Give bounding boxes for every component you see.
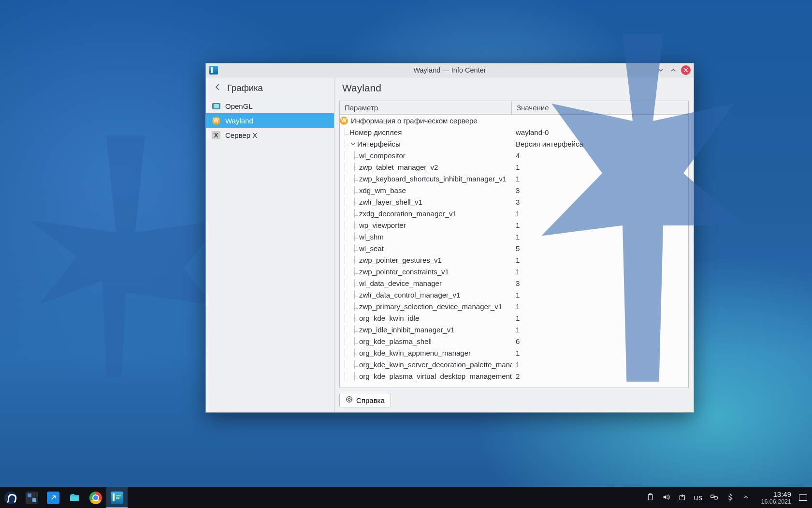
help-button[interactable]: Справка: [339, 393, 391, 407]
tree-interfaces[interactable]: ИнтерфейсыВерсия интерфейса: [340, 138, 688, 149]
tree-interface[interactable]: org_kde_kwin_server_decoration_palette_m…: [340, 359, 688, 370]
network-icon[interactable]: [710, 493, 718, 503]
tree-interface[interactable]: zwp_pointer_gestures_v11: [340, 254, 688, 266]
tree-interface[interactable]: org_kde_kwin_idle1: [340, 312, 688, 324]
tree-interface[interactable]: zwp_idle_inhibit_manager_v11: [340, 324, 688, 335]
wayland-icon: W: [340, 117, 348, 125]
tree-root[interactable]: WИнформация о графическом сервере: [340, 115, 688, 126]
show-desktop-button[interactable]: [799, 494, 807, 501]
table-header: Параметр Значение: [340, 101, 688, 115]
tray-expand-icon[interactable]: [742, 493, 750, 503]
clock[interactable]: 13:49 16.06.2021: [761, 490, 791, 506]
sidebar: Графика OpenGLWWaylandXСервер X: [206, 77, 334, 412]
tree-display[interactable]: Номер дисплеяwayland-0: [340, 126, 688, 138]
maximize-button[interactable]: [668, 65, 678, 75]
start-button[interactable]: [0, 487, 21, 508]
sidebar-item-label: Wayland: [225, 117, 253, 125]
clipboard-icon[interactable]: [646, 493, 654, 503]
bluetooth-icon[interactable]: [726, 493, 734, 503]
back-icon: [214, 83, 221, 93]
tree-interface[interactable]: zxdg_decoration_manager_v11: [340, 208, 688, 219]
column-header-param[interactable]: Параметр: [340, 101, 512, 114]
help-icon: [346, 396, 353, 404]
sidebar-item-сервер-x[interactable]: XСервер X: [206, 128, 334, 142]
tree-interface[interactable]: wl_compositor4: [340, 149, 688, 161]
infocenter-icon: [111, 492, 123, 504]
discover-icon: [47, 492, 59, 504]
clock-date: 16.06.2021: [761, 498, 791, 505]
column-header-value[interactable]: Значение: [512, 101, 688, 114]
sidebar-item-label: Сервер X: [225, 131, 257, 139]
main-panel: Wayland Параметр Значение WИнформация о …: [334, 77, 694, 412]
fedora-icon: [4, 492, 17, 504]
volume-icon[interactable]: [662, 493, 670, 503]
svg-rect-7: [714, 496, 718, 499]
tree-interface[interactable]: wl_data_device_manager3: [340, 277, 688, 289]
breadcrumb-label: Графика: [227, 83, 263, 93]
system-tray: us 13:49 16.06.2021: [646, 490, 812, 506]
tree-interface[interactable]: zwp_primary_selection_device_manager_v11: [340, 300, 688, 312]
info-table: Параметр Значение WИнформация о графичес…: [339, 101, 689, 388]
tree-interface[interactable]: zwp_keyboard_shortcuts_inhibit_manager_v…: [340, 173, 688, 184]
window-title: Wayland — Info Center: [206, 66, 694, 74]
close-button[interactable]: [681, 65, 691, 75]
opengl-icon: [212, 102, 220, 110]
updates-icon[interactable]: [678, 493, 686, 503]
tree-interface[interactable]: xdg_wm_base3: [340, 184, 688, 196]
tree-interface[interactable]: zwp_tablet_manager_v21: [340, 161, 688, 173]
clock-time: 13:49: [761, 490, 791, 498]
tree-interface[interactable]: zwlr_data_control_manager_v11: [340, 289, 688, 300]
sidebar-item-wayland[interactable]: WWayland: [206, 113, 334, 128]
tree-interface[interactable]: wl_shm1: [340, 231, 688, 242]
table-body[interactable]: WИнформация о графическом сервереНомер д…: [340, 115, 688, 388]
keyboard-layout[interactable]: us: [694, 493, 703, 502]
sidebar-item-opengl[interactable]: OpenGL: [206, 99, 334, 113]
app-icon: [209, 66, 218, 75]
chevron-down-icon[interactable]: [349, 140, 356, 147]
minimize-button[interactable]: [656, 65, 666, 75]
tree-interface[interactable]: org_kde_plasma_shell6: [340, 335, 688, 347]
taskbar-app-infocenter[interactable]: [106, 487, 128, 508]
sidebar-item-label: OpenGL: [225, 102, 253, 110]
taskbar-app-discover[interactable]: [43, 487, 64, 508]
tree-interface[interactable]: zwp_pointer_constraints_v11: [340, 266, 688, 277]
taskbar-app-files[interactable]: [64, 487, 85, 508]
tree-interface[interactable]: org_kde_plasma_virtual_desktop_managemen…: [340, 370, 688, 382]
svg-rect-2: [70, 496, 79, 501]
xserver-icon: X: [212, 131, 220, 139]
help-button-label: Справка: [356, 396, 385, 404]
taskbar: us 13:49 16.06.2021: [0, 487, 812, 508]
tree-interface[interactable]: wp_viewporter1: [340, 219, 688, 231]
breadcrumb[interactable]: Графика: [206, 77, 334, 99]
task-switcher-button[interactable]: [21, 487, 43, 508]
folder-icon: [68, 492, 81, 504]
tree-interface[interactable]: zwlr_layer_shell_v13: [340, 196, 688, 208]
svg-point-1: [348, 398, 350, 401]
taskbar-app-chrome[interactable]: [85, 487, 106, 508]
chrome-icon: [89, 492, 102, 504]
infocenter-window: Wayland — Info Center Графика OpenGLWWay…: [205, 63, 694, 413]
tree-interface[interactable]: wl_seat5: [340, 242, 688, 254]
desktop: Wayland — Info Center Графика OpenGLWWay…: [0, 0, 812, 508]
titlebar[interactable]: Wayland — Info Center: [206, 63, 694, 77]
task-switcher-icon: [26, 492, 38, 504]
page-title: Wayland: [334, 77, 694, 99]
wayland-icon: W: [212, 116, 220, 125]
tree-interface[interactable]: org_kde_kwin_appmenu_manager1: [340, 347, 688, 359]
